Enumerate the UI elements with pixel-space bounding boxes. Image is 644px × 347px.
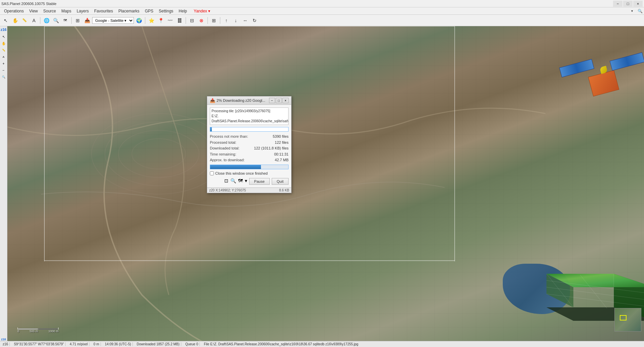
menu-source[interactable]: Source: [41, 8, 59, 14]
close-when-done-label: Close this window once finished: [215, 171, 268, 175]
measure-tool-button[interactable]: 📏: [20, 16, 29, 25]
map-button[interactable]: 🗺: [61, 16, 70, 25]
close-when-done-checkbox[interactable]: [210, 171, 214, 175]
status-scale: 4.71 m/pixel: [68, 342, 89, 346]
text-tool-button[interactable]: A: [30, 16, 38, 25]
select-tool-button[interactable]: ↖: [1, 16, 10, 25]
menu-maps[interactable]: Maps: [59, 8, 74, 14]
grid-button[interactable]: ⊞: [73, 16, 82, 25]
close-button[interactable]: ×: [633, 1, 643, 7]
menubar: Operations View Source Maps Layers Favou…: [0, 7, 644, 15]
dialog-controls: − □ ×: [269, 98, 289, 103]
dialog-log-box[interactable]: Processing tile: [z20/x149903/y276075] E…: [210, 107, 289, 125]
map-area[interactable]: 0 500 m 1000 m: [7, 26, 644, 341]
dialog-title-area: 📥 2% Downloading z20 Googl...: [210, 98, 265, 103]
search-icon: 🔍: [638, 9, 643, 13]
toolbar: ↖ ✋ 📏 A 🌐 🔍 🗺 ⊞ 📥 Google - Satellite ▾ 🌍…: [0, 15, 644, 26]
dialog-stats: Process not more than: 5390 files Proces…: [210, 134, 289, 163]
process-label: Process not more than:: [210, 134, 248, 140]
svg-point-0: [91, 114, 226, 194]
window-controls: − □ ×: [613, 1, 643, 7]
separator-6: [220, 17, 220, 24]
minimap-content: [615, 308, 641, 331]
pause-button[interactable]: Pause: [249, 178, 270, 185]
map-type-button[interactable]: 🌍: [135, 16, 143, 25]
menu-placemarks[interactable]: Placemarks: [116, 8, 142, 14]
menu-yandex[interactable]: Yandex ▾: [191, 8, 213, 14]
sidebar-btn-2[interactable]: ✋: [1, 40, 7, 46]
bookmark-button[interactable]: ⭐: [147, 16, 156, 25]
separator-3: [145, 17, 145, 24]
dialog-size: 8.6 KB: [279, 188, 289, 192]
dialog-body: Processing tile: [z20/x149903/y276075] E…: [207, 105, 291, 187]
statusbar: z16 S9°31'30.5577" W77°03'38.5679" 4.71 …: [0, 341, 644, 347]
log-path: E:\Z. Draft\SAS.Planet.Release.200606\ca…: [212, 114, 287, 124]
sidebar-btn-1[interactable]: ↖: [1, 34, 7, 40]
status-coords: S9°31'30.5577" W77°03'38.5679": [12, 342, 66, 346]
menu-view[interactable]: View: [27, 8, 41, 14]
dialog-minimize-button[interactable]: −: [269, 98, 275, 103]
menu-operations[interactable]: Operations: [1, 8, 27, 14]
move-tool2-button[interactable]: ↔: [241, 16, 250, 25]
separator-1: [40, 17, 40, 24]
minimize-button[interactable]: −: [613, 1, 622, 7]
scale-0: 0: [17, 330, 19, 333]
status-time: 14:09:36 (UTC-5): [104, 342, 133, 346]
download-dialog: 📥 2% Downloading z20 Googl... − □ × Proc…: [207, 96, 292, 193]
status-zoom: z16: [1, 342, 10, 346]
move-up-button[interactable]: ↑: [222, 16, 231, 25]
stat-approx: Approx. to download: 42.7 MB: [210, 157, 289, 163]
sidebar-btn-3[interactable]: 📏: [1, 47, 7, 53]
layer-button[interactable]: 🌐: [42, 16, 51, 25]
dialog-buttons: ⊡ 🔍 🗺 ▾ Pause Quit: [210, 178, 289, 185]
dialog-title-text: 2% Downloading z20 Googl...: [217, 98, 265, 102]
minimap[interactable]: [614, 308, 641, 332]
downloaded-value: 122 (1011.8 KB) files: [254, 145, 289, 151]
progress-fill-1: [210, 127, 212, 131]
processed-label: Processed total:: [210, 140, 236, 146]
map-source-selector[interactable]: Google - Satellite ▾: [92, 17, 134, 24]
stat-time: Time remaining: 00:11:31: [210, 151, 289, 158]
dialog-coords: z20 X:149902; Y:276075: [209, 188, 246, 192]
sidebar-btn-4[interactable]: A: [1, 54, 7, 60]
quit-button[interactable]: Quit: [272, 178, 289, 185]
sidebar-btn-6[interactable]: −: [1, 67, 7, 73]
dialog-restore-button[interactable]: □: [276, 98, 282, 103]
app-title: SAS.Planet 200606.10075 Stable: [1, 2, 56, 6]
stop-button[interactable]: ⊗: [197, 16, 206, 25]
dialog-titlebar: 📥 2% Downloading z20 Googl... − □ ×: [207, 96, 291, 105]
route-button[interactable]: 🛤: [175, 16, 184, 25]
separator-4: [186, 17, 186, 24]
scale-500: 500 m: [30, 330, 38, 333]
zoom-icon: 🔍: [230, 178, 236, 185]
progress-bar-1: [210, 127, 289, 132]
scale-bar: 0 500 m 1000 m: [17, 328, 59, 333]
dialog-icon: 📥: [210, 98, 215, 103]
stat-downloaded: Downloaded total: 122 (1011.8 KB) files: [210, 145, 289, 151]
sidebar-btn-7[interactable]: 🔍: [1, 74, 7, 80]
dialog-close-button[interactable]: ×: [282, 98, 289, 103]
search-toggle-button[interactable]: ▾: [628, 7, 636, 15]
processed-value: 122 files: [275, 140, 289, 146]
progress-fill-2: [210, 165, 261, 169]
zoom-in-button[interactable]: ⊞: [210, 16, 218, 25]
left-sidebar: z16 ↖ ✋ 📏 A + − 🔍 z16: [0, 26, 7, 341]
sidebar-btn-5[interactable]: +: [1, 60, 7, 67]
restore-button[interactable]: □: [623, 1, 633, 7]
download-area-button[interactable]: 📥: [83, 16, 91, 25]
menu-help[interactable]: Help: [176, 8, 190, 14]
menu-settings[interactable]: Settings: [156, 8, 176, 14]
pan-tool-button[interactable]: ✋: [11, 16, 20, 25]
rotate-button[interactable]: ↻: [250, 16, 259, 25]
progress-bar-2: [210, 165, 289, 169]
menu-layers[interactable]: Layers: [74, 8, 91, 14]
zoom-button[interactable]: 🔍: [51, 16, 60, 25]
move-down-button[interactable]: ↓: [231, 16, 240, 25]
approx-label: Approx. to download:: [210, 157, 244, 163]
menu-gps[interactable]: GPS: [142, 8, 156, 14]
capture-button[interactable]: ⊟: [188, 16, 196, 25]
menu-favourites[interactable]: Favourites: [91, 8, 116, 14]
status-download-info: Downloaded 1857 (25.2 MB): [136, 342, 181, 346]
track-button[interactable]: 〰: [166, 16, 175, 25]
placemark-button[interactable]: 📍: [156, 16, 165, 25]
